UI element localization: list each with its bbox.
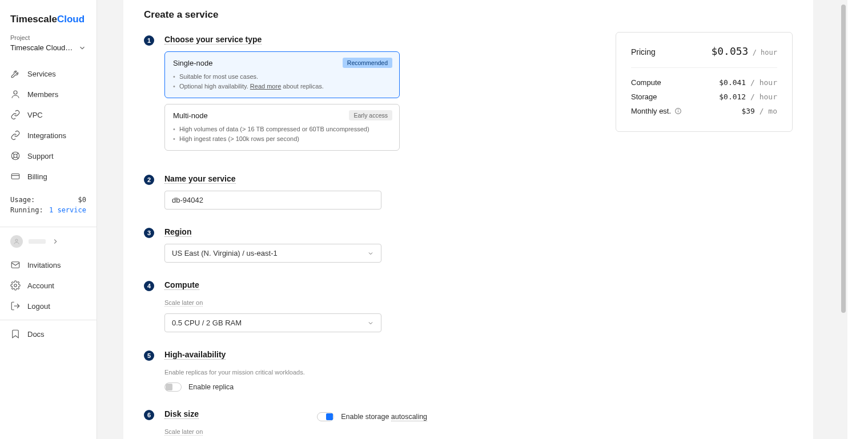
nav-support[interactable]: Support xyxy=(0,146,97,166)
step-compute: 4 Compute Scale later on 0.5 CPU / 2 GB … xyxy=(144,280,566,332)
pricing-total: $0.053 / hour xyxy=(711,45,777,57)
svg-rect-7 xyxy=(11,174,19,179)
project-select[interactable]: Timescale Cloud P... xyxy=(0,43,97,62)
lifebuoy-icon xyxy=(10,151,21,161)
wrench-icon xyxy=(10,69,21,79)
option-bullet: High volumes of data (> 16 TB compressed… xyxy=(173,124,391,134)
nav-integrations[interactable]: Integrations xyxy=(0,125,97,146)
nav-label: Invitations xyxy=(27,261,61,269)
nav-primary: Services Members VPC Integrations Suppor… xyxy=(0,62,97,188)
pricing-row-storage: Storage $0.012 / hour xyxy=(631,92,777,101)
workspace: Create a service 1 Choose your service t… xyxy=(97,0,839,439)
step-number: 1 xyxy=(144,35,154,46)
pricing-row-monthly: Monthly est. $39 / mo xyxy=(631,107,777,115)
autoscale-toggle[interactable] xyxy=(317,412,334,421)
nav-logout[interactable]: Logout xyxy=(0,296,97,316)
step-title: High-availability xyxy=(164,350,226,360)
step-name: 2 Name your service xyxy=(144,174,566,210)
scrollbar-thumb[interactable] xyxy=(841,5,846,313)
bookmark-icon xyxy=(10,329,21,339)
svg-point-15 xyxy=(678,110,678,110)
nav-members[interactable]: Members xyxy=(0,84,97,104)
region-select[interactable]: US East (N. Virginia) / us-east-1 xyxy=(164,244,381,263)
badge-early-access: Early access xyxy=(349,110,392,120)
nav-label: Integrations xyxy=(27,131,66,140)
running-value[interactable]: 1 service xyxy=(49,206,86,214)
nav-vpc[interactable]: VPC xyxy=(0,104,97,125)
pricing-panel: Pricing $0.053 / hour Compute $0.041 / h… xyxy=(616,32,793,132)
step-number: 5 xyxy=(144,351,154,361)
user-row[interactable] xyxy=(0,229,97,253)
option-bullet: High ingest rates (> 100k rows per secon… xyxy=(173,134,391,144)
link-icon xyxy=(10,110,21,120)
pricing-title: Pricing xyxy=(631,47,656,57)
pricing-label: Storage xyxy=(631,92,657,101)
nav-docs[interactable]: Docs xyxy=(0,324,97,344)
logo-part1: Timescale xyxy=(10,14,57,25)
nav-label: Support xyxy=(27,152,54,160)
nav-services[interactable]: Services xyxy=(0,63,97,84)
pricing-label: Monthly est. xyxy=(631,107,682,115)
read-more-link[interactable]: Read more xyxy=(250,83,281,90)
option-bullet: Optional high availability. Read more ab… xyxy=(173,82,391,91)
option-multi-node[interactable]: Multi-node Early access High volumes of … xyxy=(164,104,400,151)
user-icon xyxy=(13,238,20,245)
nav-invitations[interactable]: Invitations xyxy=(0,255,97,275)
nav-label: Account xyxy=(27,281,54,290)
step-title: Region xyxy=(164,227,191,237)
page: Create a service 1 Choose your service t… xyxy=(123,0,813,439)
option-single-node[interactable]: Single-node Recommended Suitable for mos… xyxy=(164,51,400,98)
user-icon xyxy=(10,89,21,99)
svg-point-0 xyxy=(14,91,17,94)
usage-value: $0 xyxy=(78,196,86,204)
nav-account[interactable]: Account xyxy=(0,275,97,296)
toggle-label: Enable replica xyxy=(188,383,234,391)
pricing-value: $0.012 / hour xyxy=(719,92,777,101)
step-number: 6 xyxy=(144,410,154,420)
step-title: Compute xyxy=(164,280,199,290)
project-label: Project xyxy=(0,34,97,43)
info-icon[interactable] xyxy=(674,107,682,115)
nav-tertiary: Docs xyxy=(0,323,97,345)
step-ha: 5 High-availability Enable replicas for … xyxy=(144,349,566,392)
step-region: 3 Region US East (N. Virginia) / us-east… xyxy=(144,227,566,263)
svg-rect-10 xyxy=(11,262,19,268)
svg-point-9 xyxy=(15,239,18,241)
step-subtitle: Scale later on xyxy=(164,299,203,307)
chevron-right-icon xyxy=(51,237,59,245)
gear-icon xyxy=(10,280,21,291)
logo[interactable]: TimescaleCloud xyxy=(0,0,97,34)
step-disk: 6 Disk size Scale later on Enable storag… xyxy=(144,409,566,439)
pricing-label: Compute xyxy=(631,78,661,87)
logo-part2: Cloud xyxy=(57,14,85,25)
pricing-value: $0.041 / hour xyxy=(719,78,777,87)
page-title: Create a service xyxy=(144,9,793,21)
badge-recommended: Recommended xyxy=(343,58,392,68)
compute-select[interactable]: 0.5 CPU / 2 GB RAM xyxy=(164,313,381,332)
running-label: Running: xyxy=(10,206,43,214)
form-column: 1 Choose your service type Single-node R… xyxy=(144,34,566,439)
nav-secondary: Invitations Account Logout xyxy=(0,253,97,317)
scrollbar[interactable] xyxy=(839,0,847,439)
nav-billing[interactable]: Billing xyxy=(0,166,97,187)
usage-box: Usage: $0 Running: 1 service xyxy=(0,188,97,224)
card-icon xyxy=(10,171,21,182)
option-bullet: Suitable for most use cases. xyxy=(173,72,391,82)
pricing-value: $39 / mo xyxy=(741,107,777,115)
svg-line-6 xyxy=(17,153,18,155)
step-subtitle: Enable replicas for your mission critica… xyxy=(164,369,305,376)
nav-label: Members xyxy=(27,90,58,99)
avatar xyxy=(10,235,23,248)
logout-icon xyxy=(10,301,21,311)
nav-label: Services xyxy=(27,70,56,78)
service-name-input[interactable] xyxy=(164,191,381,210)
replica-toggle[interactable] xyxy=(164,382,182,392)
right-gutter xyxy=(847,0,868,439)
select-value: US East (N. Virginia) / us-east-1 xyxy=(172,249,278,257)
nav-label: Logout xyxy=(27,302,50,311)
mail-icon xyxy=(10,260,21,270)
sidebar: TimescaleCloud Project Timescale Cloud P… xyxy=(0,0,97,439)
chevron-down-icon xyxy=(367,250,374,257)
svg-line-5 xyxy=(13,157,14,159)
chevron-down-icon xyxy=(78,44,86,52)
